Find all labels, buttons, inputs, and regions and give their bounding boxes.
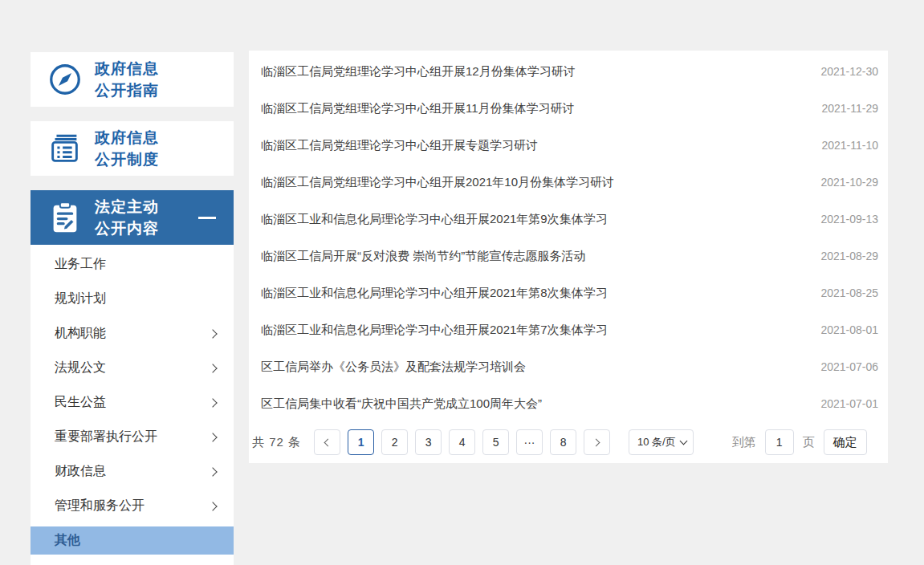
pagination-total: 共 72 条 (252, 435, 301, 450)
sidebar-item-regulations[interactable]: 法规公文 (31, 351, 234, 385)
news-date: 2021-10-29 (820, 176, 878, 189)
goto-page-group: 到第 页 确定 (732, 429, 867, 455)
chevron-right-icon (208, 502, 217, 510)
chevron-right-icon (208, 467, 217, 476)
sidebar-item-fiscal-info[interactable]: 财政信息 (31, 454, 234, 489)
menu-item-label: 规划计划 (55, 291, 106, 307)
goto-page-input[interactable] (765, 429, 794, 455)
sidebar-item-management-service[interactable]: 管理和服务公开 (31, 489, 234, 523)
sidebar-item-gov-info-system[interactable]: 政府信息 公开制度 (31, 121, 234, 176)
page-button-3[interactable]: 3 (415, 429, 442, 455)
news-row: 临淄区工信局党组理论学习中心组开展专题学习研讨 2021-11-10 (249, 127, 888, 164)
news-link[interactable]: 临淄区工信局党组理论学习中心组开展2021年10月份集体学习研讨 (261, 175, 804, 190)
sidebar-item-public-welfare[interactable]: 民生公益 (31, 385, 234, 420)
collapse-minus-icon[interactable] (198, 217, 216, 219)
news-link[interactable]: 临淄区工信局党组理论学习中心组开展11月份集体学习研讨 (261, 101, 805, 116)
sidebar-item-label: 政府信息 公开指南 (95, 58, 159, 101)
goto-label: 到第 (732, 435, 756, 450)
chevron-left-icon (324, 438, 332, 446)
sidebar-item-business-work[interactable]: 业务工作 (31, 247, 234, 282)
sidebar-item-statutory-disclosure[interactable]: 法定主动 公开内容 (31, 190, 234, 245)
sidebar-item-gov-info-guide[interactable]: 政府信息 公开指南 (31, 52, 234, 107)
chevron-down-icon (679, 437, 687, 445)
menu-item-label: 财政信息 (55, 463, 106, 480)
menu-item-label: 民生公益 (55, 394, 106, 411)
page-size-select[interactable]: 10 条/页 (629, 429, 694, 455)
sidebar-item-other[interactable]: 其他 (31, 526, 234, 555)
sidebar-item-planning[interactable]: 规划计划 (31, 282, 234, 316)
pagination: 共 72 条 1 2 3 4 5 ··· 8 10 条/页 到第 页 确定 (249, 429, 888, 455)
news-date: 2021-07-06 (820, 360, 878, 373)
news-row: 临淄区工业和信息化局理论学习中心组开展2021年第9次集体学习 2021-09-… (249, 201, 888, 238)
page-button-1[interactable]: 1 (348, 429, 374, 455)
news-date: 2021-11-29 (821, 102, 878, 115)
menu-item-label: 机构职能 (55, 325, 106, 342)
news-date: 2021-08-29 (820, 250, 878, 262)
news-row: 临淄区工业和信息化局理论学习中心组开展2021年第7次集体学习 2021-08-… (249, 311, 888, 348)
news-date: 2021-12-30 (820, 65, 878, 78)
prev-page-button[interactable] (314, 429, 340, 455)
sidebar-submenu: 业务工作 规划计划 机构职能 法规公文 民生公益 重要部署执行公开 财政信息 管… (31, 245, 234, 565)
page-size-label: 10 条/页 (637, 435, 676, 449)
page-button-2[interactable]: 2 (381, 429, 408, 455)
news-link[interactable]: 区工信局举办《公务员法》及配套法规学习培训会 (261, 360, 804, 375)
menu-item-label: 法规公文 (55, 360, 106, 376)
chevron-right-icon (208, 364, 217, 372)
news-row: 临淄区工业和信息化局理论学习中心组开展2021年第8次集体学习 2021-08-… (249, 274, 888, 311)
menu-item-label: 管理和服务公开 (55, 498, 145, 514)
sidebar: 政府信息 公开指南 政府信息 公开制度 法定主动 (31, 52, 234, 565)
news-row: 临淄区工信局开展“反对浪费 崇尚节约”节能宣传志愿服务活动 2021-08-29 (249, 238, 888, 274)
news-row: 临淄区工信局党组理论学习中心组开展2021年10月份集体学习研讨 2021-10… (249, 164, 888, 201)
news-row: 临淄区工信局党组理论学习中心组开展12月份集体学习研讨 2021-12-30 (249, 53, 888, 90)
news-link[interactable]: 区工信局集中收看“庆祝中国共产党成立100周年大会” (261, 396, 804, 412)
news-date: 2021-11-10 (821, 139, 878, 152)
chevron-right-icon (208, 329, 217, 338)
page-unit-label: 页 (803, 435, 815, 450)
sidebar-item-deployment-disclosure[interactable]: 重要部署执行公开 (31, 420, 234, 454)
news-row: 区工信局举办《公务员法》及配套法规学习培训会 2021-07-06 (249, 348, 888, 385)
menu-item-label: 重要部署执行公开 (55, 429, 157, 445)
page-button-4[interactable]: 4 (449, 429, 475, 455)
news-date: 2021-07-01 (820, 397, 878, 410)
sidebar-item-label: 政府信息 公开制度 (95, 127, 159, 170)
confirm-button[interactable]: 确定 (824, 429, 867, 455)
sidebar-item-org-functions[interactable]: 机构职能 (31, 316, 234, 351)
page-ellipsis-button[interactable]: ··· (516, 429, 543, 455)
page-button-5[interactable]: 5 (482, 429, 509, 455)
news-link[interactable]: 临淄区工业和信息化局理论学习中心组开展2021年第8次集体学习 (261, 286, 804, 301)
news-link[interactable]: 临淄区工业和信息化局理论学习中心组开展2021年第7次集体学习 (261, 323, 804, 338)
news-link[interactable]: 临淄区工业和信息化局理论学习中心组开展2021年第9次集体学习 (261, 212, 804, 227)
next-page-button[interactable] (584, 429, 610, 455)
book-icon (47, 130, 83, 167)
menu-item-label: 业务工作 (55, 256, 106, 273)
news-date: 2021-09-13 (820, 213, 878, 226)
chevron-right-icon (592, 438, 600, 446)
chevron-right-icon (208, 398, 217, 407)
news-row: 临淄区工信局党组理论学习中心组开展11月份集体学习研讨 2021-11-29 (249, 90, 888, 127)
news-row: 区工信局集中收看“庆祝中国共产党成立100周年大会” 2021-07-01 (249, 385, 888, 422)
clipboard-pen-icon (47, 199, 83, 236)
news-date: 2021-08-25 (820, 287, 878, 299)
news-link[interactable]: 临淄区工信局党组理论学习中心组开展12月份集体学习研讨 (261, 64, 804, 79)
news-date: 2021-08-01 (820, 323, 878, 336)
news-link[interactable]: 临淄区工信局党组理论学习中心组开展专题学习研讨 (261, 138, 805, 153)
news-list-panel: 临淄区工信局党组理论学习中心组开展12月份集体学习研讨 2021-12-30 临… (249, 51, 888, 463)
page-button-8[interactable]: 8 (550, 429, 576, 455)
sidebar-item-label: 法定主动 公开内容 (95, 196, 159, 239)
chevron-right-icon (208, 433, 217, 441)
menu-item-label: 其他 (55, 532, 80, 549)
compass-icon (47, 61, 83, 98)
news-link[interactable]: 临淄区工信局开展“反对浪费 崇尚节约”节能宣传志愿服务活动 (261, 249, 804, 264)
